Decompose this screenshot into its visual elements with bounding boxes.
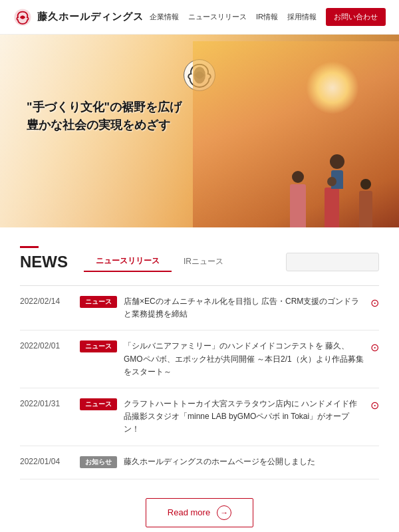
hero-line1: "手づくり文化"の裾野を広げ (27, 98, 182, 116)
news-date: 2022/01/31 (20, 398, 73, 408)
news-date: 2022/02/01 (20, 340, 73, 350)
read-more-label: Read more (168, 507, 210, 517)
hero-section: "手づくり文化"の裾野を広げ 豊かな社会の実現をめざす (0, 35, 399, 227)
news-date: 2022/02/14 (20, 295, 73, 306)
hero-tagline: "手づくり文化"の裾野を広げ 豊かな社会の実現をめざす (27, 98, 182, 134)
header: 藤久ホールディングス 企業情報 ニュースリリース IR情報 採用情報 お問い合わ… (0, 0, 399, 35)
logo-text: 藤久ホールディングス (37, 11, 144, 23)
news-badge: ニュース (80, 296, 117, 308)
news-header: NEWS ニュースリリース IRニュース (20, 251, 379, 272)
news-badge: ニュース (80, 340, 117, 352)
read-more-wrapper: Read more → (20, 479, 379, 533)
nav-item-ir[interactable]: IR情報 (256, 12, 278, 22)
main-nav: 企業情報 ニュースリリース IR情報 採用情報 お問い合わせ (150, 8, 386, 26)
news-content[interactable]: 店舗×ECのオムニチャネル化を目指し 広告・CRM支援のゴンドラと業務提携を締結 (124, 295, 364, 321)
news-item: 2022/02/01 ニュース 「シルバニアファミリー」のハンドメイドコンテスト… (20, 331, 379, 388)
logo-area: 藤久ホールディングス (13, 8, 144, 27)
tab-ir-news[interactable]: IRニュース (172, 251, 235, 272)
read-more-button[interactable]: Read more → (146, 498, 253, 527)
news-item: 2022/01/04 お知らせ 藤久ホールディングスのホームページを公開しました… (20, 446, 379, 479)
tab-news-release[interactable]: ニュースリリース (84, 251, 172, 272)
news-date: 2022/01/04 (20, 456, 73, 466)
logo-icon (13, 8, 32, 27)
news-badge: ニュース (80, 398, 117, 410)
nav-item-recruit[interactable]: 採用情報 (287, 12, 317, 22)
news-search (286, 253, 379, 271)
news-list: 2022/02/14 ニュース 店舗×ECのオムニチャネル化を目指し 広告・CR… (20, 285, 379, 479)
news-tabs: ニュースリリース IRニュース (84, 251, 235, 272)
contact-button[interactable]: お問い合わせ (326, 8, 386, 26)
news-search-input[interactable] (286, 253, 379, 271)
news-item: 2022/01/31 ニュース クラフトハートトーカイ大宮ステラタウン店内に ハ… (20, 388, 379, 446)
nav-item-company[interactable]: 企業情報 (150, 12, 179, 22)
news-content[interactable]: クラフトハートトーカイ大宮ステラタウン店内に ハンドメイド作品撮影スタジオ「mi… (124, 398, 364, 436)
news-content[interactable]: 「シルバニアファミリー」のハンドメイドコンテストを 藤久、GMOペパボ、エポック… (124, 340, 364, 378)
news-section: NEWS ニュースリリース IRニュース 2022/02/14 ニュース 店舗×… (0, 227, 399, 532)
news-title: NEWS (20, 253, 68, 271)
news-content[interactable]: 藤久ホールディングスのホームページを公開しました (124, 456, 364, 468)
nav-item-news[interactable]: ニュースリリース (188, 12, 247, 22)
hero-line2: 豊かな社会の実現をめざす (27, 116, 182, 134)
news-item: 2022/02/14 ニュース 店舗×ECのオムニチャネル化を目指し 広告・CR… (20, 286, 379, 331)
news-arrow-icon[interactable]: ⊙ (370, 295, 379, 309)
news-badge: お知らせ (80, 456, 117, 468)
read-more-arrow-icon: → (217, 505, 231, 520)
news-arrow-icon[interactable]: ⊙ (370, 340, 379, 354)
hero-image (193, 41, 399, 227)
news-arrow-icon[interactable]: ⊙ (370, 398, 379, 412)
